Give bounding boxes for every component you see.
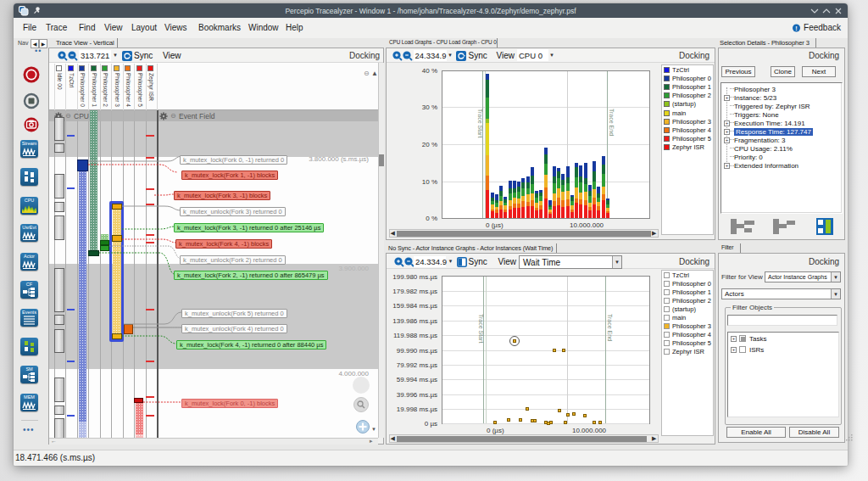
svg-text:!: ! [795, 25, 797, 31]
